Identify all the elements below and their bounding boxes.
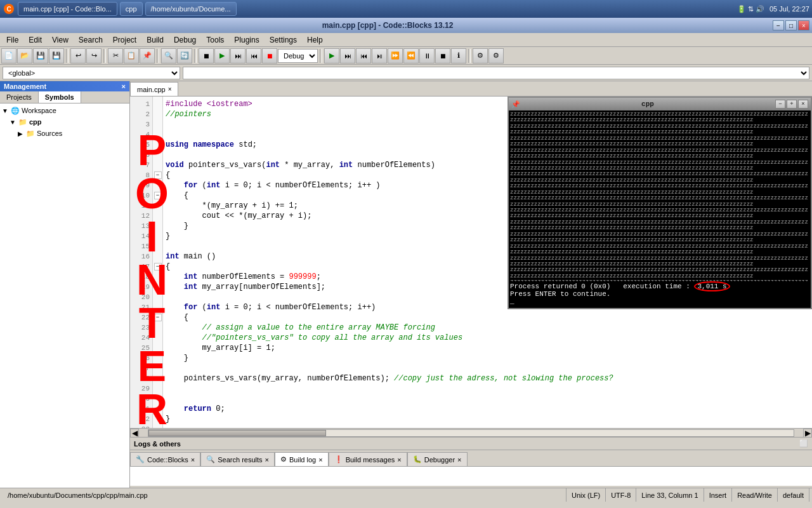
tab-projects[interactable]: Projects: [0, 91, 39, 103]
sep2: [103, 49, 106, 63]
menu-debug[interactable]: Debug: [169, 34, 201, 46]
log-tab-buildlog-label: Build log: [289, 456, 316, 464]
log-tab-debugger[interactable]: 🐛 Debugger ×: [407, 452, 468, 466]
tab-symbols[interactable]: Symbols: [39, 91, 81, 103]
debug-btn5[interactable]: ⏩: [388, 48, 403, 64]
debug-info-button[interactable]: ℹ: [451, 48, 466, 64]
code-line-29: [166, 384, 809, 394]
pointer-letter-r: R: [136, 387, 167, 428]
pointer-letter-o: O: [135, 171, 169, 215]
terminal-maximize[interactable]: +: [787, 100, 797, 109]
statusbar: /home/xubuntu/Documents/cpp/cpp/main.cpp…: [0, 488, 812, 502]
save-all-button[interactable]: 💾: [49, 48, 64, 64]
debug-run-button[interactable]: ▶: [324, 48, 339, 64]
tree-item-workspace[interactable]: ▼ 🌐 Workspace: [1, 105, 128, 116]
settings-btn2[interactable]: ⚙: [488, 48, 504, 64]
log-tab-buildlog[interactable]: ⚙ Build log ×: [275, 452, 329, 466]
taskbar-tab-codeblocks[interactable]: main.cpp [cpp] - Code::Blo...: [18, 2, 117, 16]
log-tab-buildmsg-close[interactable]: ×: [397, 456, 401, 464]
save-button[interactable]: 💾: [33, 48, 48, 64]
menu-settings[interactable]: Settings: [265, 34, 302, 46]
terminal-body: zzzzzzzzzzzzzzzzzzzzzzzzzzzzzzzzzzzzzzzz…: [509, 110, 811, 308]
log-tab-search-close[interactable]: ×: [265, 456, 269, 464]
log-tab-search[interactable]: 🔍 Search results ×: [200, 452, 275, 466]
run-button[interactable]: ▶: [214, 48, 230, 64]
abort-button[interactable]: ⏹: [262, 48, 277, 64]
hscroll-thumb[interactable]: [148, 430, 326, 436]
redo-button[interactable]: ↪: [86, 48, 102, 64]
line-num-1: 1: [130, 99, 152, 109]
step2-button[interactable]: ⏮: [246, 48, 261, 64]
code-line-25: my_array[i] = 1;: [166, 343, 809, 353]
close-button[interactable]: ×: [798, 20, 809, 30]
cut-button[interactable]: ✂: [108, 48, 123, 64]
scope-select-1[interactable]: <global>: [3, 67, 180, 79]
cpp-icon: 📁: [18, 117, 28, 127]
tab-bar: main.cpp ×: [130, 81, 812, 97]
maximize-button[interactable]: □: [785, 20, 797, 30]
debug-btn4[interactable]: ⏯: [372, 48, 387, 64]
debug-select[interactable]: Debug: [278, 49, 318, 63]
paste-button[interactable]: 📌: [140, 48, 155, 64]
log-tab-buildlog-icon: ⚙: [280, 455, 287, 464]
log-tab-codeblocks[interactable]: 🔧 Code::Blocks ×: [130, 452, 200, 466]
log-tab-search-label: Search results: [218, 456, 262, 464]
menu-search[interactable]: Search: [74, 34, 108, 46]
main-area: Management × Projects Symbols ▼ 🌐 Worksp…: [0, 81, 812, 488]
tree-item-sources[interactable]: ▶ 📁 Sources: [1, 128, 128, 139]
taskbar-tab-home[interactable]: /home/xubuntu/Docume...: [145, 2, 237, 16]
copy-button[interactable]: 📋: [124, 48, 139, 64]
taskbar: C main.cpp [cpp] - Code::Blo... cpp /hom…: [0, 0, 812, 18]
editor-tab-close[interactable]: ×: [168, 86, 172, 93]
tree-item-cpp[interactable]: ▼ 📁 cpp: [1, 116, 128, 128]
sep3: [157, 49, 159, 63]
menu-view[interactable]: View: [47, 34, 74, 46]
taskbar-tab-cpp[interactable]: cpp: [120, 2, 143, 16]
debug-stop-button[interactable]: ⏹: [435, 48, 450, 64]
scope-select-2[interactable]: [183, 67, 809, 79]
search-button[interactable]: 🔍: [161, 48, 176, 64]
hscroll-left-btn[interactable]: ◀: [130, 429, 139, 438]
hscroll-right-btn[interactable]: ▶: [803, 429, 812, 438]
editor-tab-main[interactable]: main.cpp ×: [130, 82, 178, 96]
toolbar-main: 📄 📂 💾 💾 ↩ ↪ ✂ 📋 📌 🔍 🔄 ⏹ ▶ ⏭ ⏮ ⏹ Debug ▶ …: [0, 47, 812, 65]
menu-edit[interactable]: Edit: [23, 34, 47, 46]
log-tab-buildlog-close[interactable]: ×: [318, 456, 322, 464]
titlebar: main.cpp [cpp] - Code::Blocks 13.12 − □ …: [0, 18, 812, 33]
replace-button[interactable]: 🔄: [177, 48, 192, 64]
titlebar-title: main.cpp [cpp] - Code::Blocks 13.12: [322, 21, 454, 30]
menu-project[interactable]: Project: [108, 34, 141, 46]
menu-plugins[interactable]: Plugins: [229, 34, 264, 46]
debug-btn2[interactable]: ⏭: [340, 48, 355, 64]
terminal-minimize[interactable]: −: [775, 100, 785, 109]
statusbar-position: Line 33, Column 1: [636, 488, 704, 502]
menu-file[interactable]: File: [1, 34, 23, 46]
log-tab-codeblocks-label: Code::Blocks: [147, 456, 188, 464]
menu-build[interactable]: Build: [141, 34, 169, 46]
panel-title: Management ×: [0, 81, 129, 91]
open-button[interactable]: 📂: [17, 48, 32, 64]
log-tab-buildmsg[interactable]: ❗ Build messages ×: [329, 452, 407, 466]
debug-pause-button[interactable]: ⏸: [419, 48, 435, 64]
new-button[interactable]: 📄: [1, 48, 16, 64]
log-tab-codeblocks-close[interactable]: ×: [191, 456, 195, 464]
debug-btn3[interactable]: ⏮: [356, 48, 371, 64]
menu-help[interactable]: Help: [302, 34, 328, 46]
sources-icon: 📁: [25, 128, 36, 138]
settings-btn[interactable]: ⚙: [473, 48, 488, 64]
build-stop-button[interactable]: ⏹: [199, 48, 214, 64]
undo-button[interactable]: ↩: [70, 48, 86, 64]
log-tab-debugger-close[interactable]: ×: [457, 456, 461, 464]
code-area-wrapper: P O I N T E R 1 2 3 4 5 6 7 8 9: [130, 97, 812, 428]
logs-expand-icon[interactable]: ⬜: [799, 439, 808, 448]
debug-btn6[interactable]: ⏪: [403, 48, 419, 64]
terminal-titlebar: 📌 cpp − + ×: [509, 98, 811, 110]
pointer-text: P O I N T E R: [135, 128, 169, 428]
pointer-letter-n: N: [136, 258, 167, 301]
pointer-letter-i: I: [146, 215, 158, 258]
panel-close-icon[interactable]: ×: [122, 83, 126, 90]
minimize-button[interactable]: −: [773, 20, 784, 30]
step-button[interactable]: ⏭: [230, 48, 246, 64]
menu-tools[interactable]: Tools: [201, 34, 229, 46]
terminal-close[interactable]: ×: [798, 100, 808, 109]
